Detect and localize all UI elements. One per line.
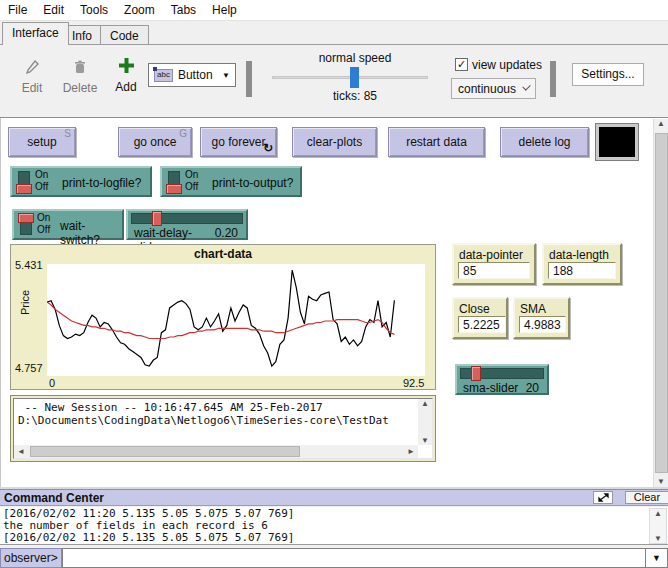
slider-value: 20 bbox=[526, 381, 539, 395]
menu-tabs[interactable]: Tabs bbox=[163, 1, 204, 19]
switch-label: print-to-output? bbox=[212, 176, 293, 190]
sma-monitor: SMA 4.9883 bbox=[513, 297, 570, 339]
delete-button[interactable]: Delete bbox=[56, 59, 104, 95]
chevron-down-icon: ▼ bbox=[652, 553, 661, 563]
go-once-button[interactable]: go once G bbox=[118, 127, 192, 157]
settings-button[interactable]: Settings... bbox=[572, 63, 644, 86]
chevron-down-icon: ▼ bbox=[222, 71, 230, 80]
scrollbar-thumb[interactable] bbox=[655, 133, 668, 473]
check-icon: ✓ bbox=[457, 58, 466, 70]
x-axis-min: 0 bbox=[49, 377, 55, 389]
output-vertical-scrollbar[interactable]: ▲ ▼ bbox=[418, 399, 432, 445]
command-input[interactable] bbox=[62, 548, 645, 568]
monitor-value: 4.9883 bbox=[519, 316, 566, 333]
tab-code[interactable]: Code bbox=[100, 25, 149, 45]
command-center-expand-button[interactable] bbox=[593, 491, 613, 504]
print-to-output-switch[interactable]: OnOff print-to-output? bbox=[160, 166, 302, 197]
chart-lines bbox=[47, 264, 425, 376]
scroll-left-icon[interactable]: ◄ bbox=[14, 447, 28, 456]
monitor-label: data-pointer bbox=[459, 248, 523, 262]
switch-knob[interactable] bbox=[166, 184, 182, 194]
wait-delay-slider[interactable]: wait-delay-slider 0.20 bbox=[126, 209, 248, 240]
observer-context-button[interactable]: observer> bbox=[0, 548, 62, 568]
go-once-label: go once bbox=[134, 135, 177, 149]
widget-type-value: Button bbox=[178, 68, 213, 82]
slider-label: sma-slider bbox=[463, 381, 518, 395]
scroll-up-icon[interactable]: ▲ bbox=[654, 119, 668, 128]
menu-edit[interactable]: Edit bbox=[35, 1, 72, 19]
scroll-up-icon[interactable]: ▲ bbox=[418, 399, 432, 408]
on-off-labels: OnOff bbox=[37, 212, 50, 236]
switch-knob[interactable] bbox=[18, 213, 34, 223]
scroll-down-icon[interactable]: ▼ bbox=[654, 477, 668, 486]
output-horizontal-scrollbar[interactable]: ◄ ► bbox=[14, 445, 418, 458]
edit-label: Edit bbox=[22, 81, 43, 95]
context-dropdown-button[interactable]: ▼ bbox=[645, 548, 668, 568]
update-mode-dropdown[interactable]: continuous bbox=[451, 78, 536, 99]
switch-knob[interactable] bbox=[16, 184, 32, 194]
clear-plots-label: clear-plots bbox=[307, 135, 362, 149]
view-updates-checkbox[interactable]: ✓ bbox=[455, 58, 468, 71]
monitor-value: 85 bbox=[458, 262, 530, 279]
switch-label: print-to-logfile? bbox=[62, 176, 141, 190]
delete-log-button[interactable]: delete log bbox=[500, 127, 589, 157]
trash-icon bbox=[72, 59, 88, 78]
command-center-header: Command Center bbox=[0, 489, 668, 506]
command-prompt-row: observer> ▼ bbox=[0, 548, 668, 568]
go-forever-label: go forever bbox=[211, 135, 265, 149]
monitor-value: 188 bbox=[548, 262, 616, 279]
print-to-logfile-switch[interactable]: OnOff print-to-logfile? bbox=[10, 166, 152, 197]
command-center-title: Command Center bbox=[0, 491, 104, 505]
scroll-up-icon[interactable]: ▲ bbox=[650, 509, 666, 518]
monitor-label: Close bbox=[459, 302, 490, 316]
speed-slider-handle[interactable] bbox=[350, 67, 359, 88]
y-axis-max: 5.431 bbox=[15, 259, 43, 271]
on-off-labels: OnOff bbox=[185, 169, 198, 193]
slider-knob[interactable] bbox=[152, 211, 162, 226]
ticks-counter: ticks: 85 bbox=[280, 89, 430, 103]
update-mode-value: continuous bbox=[458, 82, 516, 96]
edit-button[interactable]: Edit bbox=[12, 59, 52, 95]
shortcut-key: G bbox=[179, 128, 187, 139]
menu-tools[interactable]: Tools bbox=[72, 1, 116, 19]
scrollbar-thumb[interactable] bbox=[30, 446, 300, 457]
data-length-monitor: data-length 188 bbox=[542, 243, 622, 285]
slider-knob[interactable] bbox=[471, 366, 481, 381]
wait-switch[interactable]: OnOff wait-switch? bbox=[12, 209, 124, 240]
scroll-down-icon[interactable]: ▼ bbox=[650, 534, 666, 543]
setup-button[interactable]: setup S bbox=[8, 127, 76, 157]
world-view[interactable] bbox=[596, 124, 638, 160]
data-pointer-monitor: data-pointer 85 bbox=[452, 243, 536, 285]
abc-widget-icon: abc bbox=[154, 69, 173, 82]
clear-plots-button[interactable]: clear-plots bbox=[292, 127, 377, 157]
pencil-icon bbox=[24, 59, 40, 78]
plot-area bbox=[47, 264, 425, 376]
menu-help[interactable]: Help bbox=[204, 1, 245, 19]
restart-data-label: restart data bbox=[406, 135, 467, 149]
switch-label: wait-switch? bbox=[60, 219, 122, 247]
menu-zoom[interactable]: Zoom bbox=[116, 1, 163, 19]
tab-strip: Interface Info Code bbox=[0, 21, 668, 45]
interface-toolbar: Edit Delete Add abc Button ▼ normal spee… bbox=[0, 45, 668, 118]
toolbar-separator bbox=[550, 61, 556, 97]
clear-button[interactable]: Clear bbox=[625, 491, 668, 504]
scroll-right-icon[interactable]: ► bbox=[404, 447, 418, 456]
go-forever-button[interactable]: go forever ↻ bbox=[200, 127, 277, 157]
interface-vertical-scrollbar[interactable]: ▲ ▼ bbox=[653, 119, 668, 487]
add-button[interactable]: Add bbox=[108, 57, 144, 94]
slider-track[interactable] bbox=[131, 213, 243, 224]
menu-file[interactable]: File bbox=[0, 1, 35, 19]
chart-title: chart-data bbox=[11, 247, 435, 261]
sma-slider[interactable]: sma-slider 20 bbox=[455, 364, 549, 395]
delete-log-label: delete log bbox=[518, 135, 570, 149]
forever-icon: ↻ bbox=[263, 141, 273, 155]
add-label: Add bbox=[115, 80, 136, 94]
scroll-down-icon[interactable]: ▼ bbox=[418, 436, 432, 445]
tab-interface[interactable]: Interface bbox=[2, 22, 69, 45]
command-center-output[interactable]: [2016/02/02 11:20 5.135 5.05 5.075 5.07 … bbox=[0, 507, 668, 545]
restart-data-button[interactable]: restart data bbox=[388, 127, 485, 157]
on-off-labels: OnOff bbox=[35, 169, 48, 193]
command-center-scrollbar[interactable]: ▲ ▼ bbox=[649, 508, 667, 544]
toolbar-separator bbox=[246, 61, 252, 97]
widget-type-dropdown[interactable]: abc Button ▼ bbox=[148, 63, 236, 87]
